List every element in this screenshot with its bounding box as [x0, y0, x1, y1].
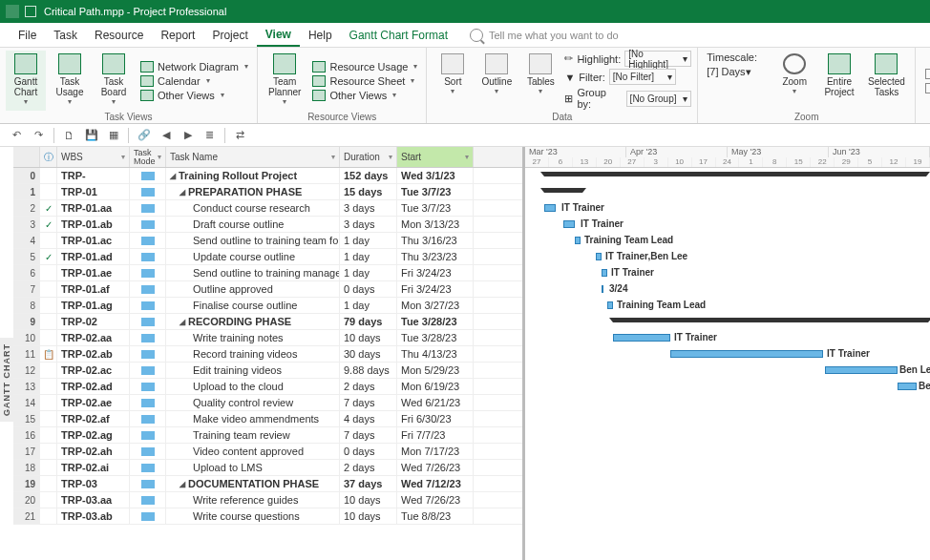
- row-number[interactable]: 18: [13, 460, 40, 475]
- duration-cell[interactable]: 3 days: [340, 217, 397, 232]
- mode-cell[interactable]: [130, 168, 166, 183]
- search-box[interactable]: Tell me what you want to do: [470, 29, 619, 42]
- vertical-tab[interactable]: GANTT CHART: [0, 338, 13, 422]
- mode-cell[interactable]: [130, 184, 166, 199]
- gantt-chart-button[interactable]: Gantt Chart ▾: [6, 51, 46, 111]
- menu-task[interactable]: Task: [45, 25, 86, 46]
- wbs-cell[interactable]: TRP-03.aa: [57, 492, 130, 508]
- table-row[interactable]: 16TRP-02.agTraining team review7 daysFri…: [13, 427, 522, 444]
- table-row[interactable]: 21TRP-03.abWrite course questions10 days…: [13, 508, 522, 525]
- start-cell[interactable]: Mon 7/17/23: [397, 444, 474, 459]
- name-cell[interactable]: ◢Training Rollout Project: [166, 168, 340, 183]
- resource-sheet-button[interactable]: Resource Sheet▾: [309, 74, 420, 88]
- team-planner-button[interactable]: Team Planner ▾: [264, 51, 306, 111]
- menu-gantt-chart-format[interactable]: Gantt Chart Format: [341, 25, 456, 46]
- start-cell[interactable]: Thu 3/16/23: [397, 233, 474, 248]
- outline-button[interactable]: Outline▾: [476, 51, 517, 111]
- duration-cell[interactable]: 1 day: [340, 298, 397, 313]
- filter-select[interactable]: [No Filter]▾: [609, 69, 676, 85]
- row-number[interactable]: 4: [13, 233, 40, 248]
- details-checkbox[interactable]: Details: [921, 81, 930, 94]
- indicator-header[interactable]: ⓘ: [40, 147, 57, 167]
- wbs-cell[interactable]: TRP-02.ac: [57, 363, 130, 378]
- duration-cell[interactable]: 37 days: [340, 476, 397, 491]
- duration-header[interactable]: Duration▾: [340, 147, 397, 167]
- mode-cell[interactable]: [130, 492, 166, 508]
- row-number[interactable]: 3: [13, 217, 40, 232]
- entire-project-button[interactable]: Entire Project: [818, 51, 860, 111]
- table-row[interactable]: 13TRP-02.adUpload to the cloud2 daysMon …: [13, 379, 522, 395]
- duration-cell[interactable]: 2 days: [340, 379, 397, 394]
- table-row[interactable]: 3✓TRP-01.abDraft course outline3 daysMon…: [13, 217, 522, 233]
- duration-cell[interactable]: 1 day: [340, 249, 397, 264]
- row-number[interactable]: 17: [13, 444, 40, 459]
- calendar-button[interactable]: Calendar▾: [137, 74, 251, 88]
- wbs-cell[interactable]: TRP-: [57, 168, 130, 183]
- task-board-button[interactable]: Task Board ▾: [94, 51, 134, 111]
- wbs-cell[interactable]: TRP-02.af: [57, 411, 130, 426]
- row-number[interactable]: 15: [13, 411, 40, 426]
- wbs-cell[interactable]: TRP-01.ab: [57, 217, 130, 232]
- table-row[interactable]: 12TRP-02.acEdit training videos9.88 days…: [13, 363, 522, 379]
- row-number[interactable]: 16: [13, 427, 40, 443]
- start-cell[interactable]: Fri 7/7/23: [397, 427, 474, 443]
- table-row[interactable]: 10TRP-02.aaWrite training notes10 daysTu…: [13, 330, 522, 346]
- tables-button[interactable]: Tables▾: [520, 51, 560, 111]
- name-cell[interactable]: Send outline to training team for review: [166, 233, 340, 248]
- summary-bar[interactable]: [613, 318, 928, 322]
- start-cell[interactable]: Tue 3/28/23: [397, 314, 474, 329]
- wbs-cell[interactable]: TRP-01.ac: [57, 233, 130, 248]
- selected-tasks-button[interactable]: Selected Tasks: [864, 51, 909, 111]
- indent-button[interactable]: ▶: [180, 129, 195, 142]
- name-cell[interactable]: ◢DOCUMENTATION PHASE: [166, 476, 340, 491]
- mode-cell[interactable]: [130, 460, 166, 475]
- row-number[interactable]: 0: [13, 168, 40, 183]
- mode-cell[interactable]: [130, 508, 166, 524]
- row-number[interactable]: 2: [13, 200, 40, 216]
- mode-cell[interactable]: [130, 444, 166, 459]
- wbs-cell[interactable]: TRP-03.ab: [57, 508, 130, 524]
- wbs-cell[interactable]: TRP-02: [57, 314, 130, 329]
- other-views-button[interactable]: Other Views▾: [137, 89, 251, 102]
- name-cell[interactable]: Conduct course research: [166, 200, 340, 216]
- name-cell[interactable]: Update course outline: [166, 249, 340, 264]
- start-cell[interactable]: Tue 3/7/23: [397, 184, 474, 199]
- name-cell[interactable]: Quality control review: [166, 395, 340, 410]
- task-bar[interactable]: [544, 204, 556, 212]
- start-cell[interactable]: Mon 6/19/23: [397, 379, 474, 394]
- wbs-cell[interactable]: TRP-02.ag: [57, 427, 130, 443]
- table-row[interactable]: 17TRP-02.ahVideo content approved0 daysM…: [13, 444, 522, 460]
- duration-cell[interactable]: 7 days: [340, 395, 397, 410]
- mode-cell[interactable]: [130, 379, 166, 394]
- duration-cell[interactable]: 10 days: [340, 492, 397, 508]
- table-row[interactable]: 6TRP-01.aeSend outline to training manag…: [13, 265, 522, 281]
- highlight-select[interactable]: [No Highlight]▾: [624, 51, 691, 67]
- duration-cell[interactable]: 0 days: [340, 444, 397, 459]
- duration-cell[interactable]: 1 day: [340, 265, 397, 280]
- table-row[interactable]: 11📋TRP-02.abRecord training videos30 day…: [13, 346, 522, 363]
- task-bar[interactable]: [602, 285, 603, 293]
- row-header[interactable]: [13, 147, 40, 167]
- duration-cell[interactable]: 15 days: [340, 184, 397, 199]
- timeline-checkbox[interactable]: Timeline: [921, 67, 930, 80]
- start-cell[interactable]: Thu 3/23/23: [397, 249, 474, 264]
- row-number[interactable]: 1: [13, 184, 40, 199]
- group-select[interactable]: [No Group]▾: [626, 91, 692, 107]
- outdent-button[interactable]: ◀: [159, 129, 173, 142]
- duration-cell[interactable]: 30 days: [340, 346, 397, 362]
- table-row[interactable]: 20TRP-03.aaWrite reference guides10 days…: [13, 492, 522, 508]
- menu-view[interactable]: View: [257, 24, 300, 47]
- menu-report[interactable]: Report: [152, 25, 203, 46]
- row-number[interactable]: 13: [13, 379, 40, 394]
- task-bar[interactable]: [898, 383, 917, 390]
- task-bar[interactable]: [670, 350, 823, 358]
- row-number[interactable]: 12: [13, 363, 40, 378]
- table-row[interactable]: 15TRP-02.afMake video ammendments4 daysF…: [13, 411, 522, 427]
- table-row[interactable]: 2✓TRP-01.aaConduct course research3 days…: [13, 200, 522, 217]
- wbs-cell[interactable]: TRP-03: [57, 476, 130, 491]
- name-cell[interactable]: Training team review: [166, 427, 340, 443]
- start-cell[interactable]: Fri 3/24/23: [397, 281, 474, 297]
- task-bar[interactable]: [607, 301, 613, 309]
- wbs-cell[interactable]: TRP-02.ai: [57, 460, 130, 475]
- start-cell[interactable]: Wed 7/26/23: [397, 492, 474, 508]
